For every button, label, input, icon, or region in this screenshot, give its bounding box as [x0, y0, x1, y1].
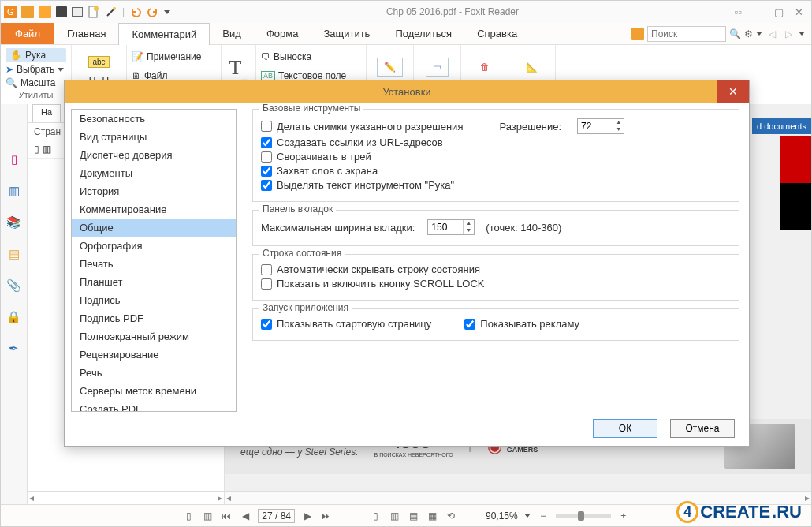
folder-search-icon[interactable]: [631, 28, 644, 40]
tw-up-icon[interactable]: ▲: [463, 220, 474, 227]
layout1-icon[interactable]: ▯: [369, 510, 382, 522]
thumb-view1-icon[interactable]: ▯: [34, 144, 39, 155]
qat-more-icon[interactable]: [164, 10, 170, 14]
category-item[interactable]: Орфография: [72, 237, 236, 255]
category-item[interactable]: Рецензирование: [72, 346, 236, 364]
category-item[interactable]: Подпись: [72, 291, 236, 309]
thumb-view2-icon[interactable]: ▥: [43, 144, 51, 155]
chk-urls[interactable]: [261, 137, 272, 148]
attachments-icon[interactable]: 📎: [6, 278, 22, 293]
nav-more-icon[interactable]: [799, 32, 805, 36]
category-item[interactable]: Создать PDF: [72, 400, 236, 412]
category-item[interactable]: Подпись PDF: [72, 309, 236, 327]
resolution-input[interactable]: [578, 121, 613, 132]
zoom-more-icon[interactable]: [524, 514, 531, 518]
callout-tool[interactable]: 🗨 Выноска: [261, 48, 361, 65]
view-cont-icon[interactable]: ▥: [201, 510, 214, 522]
last-page-icon[interactable]: ⏭: [320, 510, 333, 522]
nav-next-icon[interactable]: ▷: [782, 28, 795, 39]
zoom-out-icon[interactable]: −: [537, 510, 549, 522]
thumb-scroll-right-icon[interactable]: ▸: [218, 492, 222, 504]
redo-icon[interactable]: [147, 6, 159, 18]
gear-icon[interactable]: ⚙: [744, 28, 753, 39]
shape-tool[interactable]: ▭: [426, 58, 449, 77]
category-item[interactable]: Полноэкранный режим: [72, 327, 236, 346]
res-up-icon[interactable]: ▲: [613, 119, 624, 126]
menu-view[interactable]: Вид: [210, 23, 254, 44]
search-icon[interactable]: 🔍: [729, 28, 741, 39]
note-tool[interactable]: 📝 Примечание: [132, 48, 216, 65]
cancel-button[interactable]: Отмена: [670, 419, 735, 438]
next-page-icon[interactable]: ▶: [301, 510, 314, 522]
chk-scrolllock[interactable]: [261, 278, 272, 290]
close-button[interactable]: ✕: [795, 6, 803, 18]
chk-tray[interactable]: [261, 151, 272, 163]
pages-icon[interactable]: ▥: [6, 183, 22, 199]
tabwidth-input[interactable]: [428, 222, 463, 233]
category-item[interactable]: Комментирование: [72, 200, 236, 219]
menu-share[interactable]: Поделиться: [382, 23, 464, 44]
pencil-tool[interactable]: ✏️: [377, 58, 403, 77]
stamp-tool[interactable]: 🗑: [474, 58, 496, 76]
highlight-tool[interactable]: abc: [88, 53, 109, 70]
zoom-tool[interactable]: 🔍 Масшта: [6, 77, 66, 89]
zoom-in-icon[interactable]: +: [617, 510, 630, 522]
zoom-slider[interactable]: [556, 514, 611, 518]
category-item[interactable]: Речь: [72, 364, 236, 382]
menu-file[interactable]: Файл: [1, 23, 54, 44]
category-item[interactable]: Планшет: [72, 273, 236, 291]
menu-help[interactable]: Справка: [464, 23, 530, 44]
open-icon[interactable]: [21, 6, 34, 18]
chk-capture[interactable]: [261, 166, 272, 177]
category-item[interactable]: Вид страницы: [72, 128, 236, 146]
category-item[interactable]: Печать: [72, 255, 236, 273]
doc-scroll-left-icon[interactable]: ◂: [226, 492, 231, 504]
thumb-tab-start[interactable]: На: [32, 104, 61, 122]
tw-down-icon[interactable]: ▼: [463, 227, 474, 234]
new-doc-icon[interactable]: [88, 6, 100, 18]
chk-autohide[interactable]: [261, 264, 272, 275]
category-item[interactable]: Документы: [72, 164, 236, 182]
sign-icon[interactable]: ✒: [6, 341, 22, 357]
save-icon[interactable]: [56, 6, 67, 17]
layers-icon[interactable]: 📚: [6, 215, 22, 230]
nav-prev-icon[interactable]: ◁: [765, 28, 779, 39]
category-item[interactable]: Серверы меток времени: [72, 382, 236, 400]
ribbon-minimize-icon[interactable]: ▫▫: [735, 6, 742, 18]
rotate-icon[interactable]: ⟲: [445, 510, 457, 522]
maximize-button[interactable]: ▢: [774, 6, 784, 18]
chk-hand-select[interactable]: [261, 180, 272, 191]
hand-tool[interactable]: ✋ Рука: [6, 48, 66, 62]
tabwidth-spinner[interactable]: ▲▼: [427, 219, 475, 235]
menu-form[interactable]: Форма: [254, 23, 311, 44]
category-item[interactable]: Диспетчер доверия: [72, 146, 236, 164]
prev-page-icon[interactable]: ◀: [239, 510, 251, 522]
layout3-icon[interactable]: ▤: [407, 510, 419, 522]
chk-ads[interactable]: [464, 319, 475, 330]
chk-startpage[interactable]: [261, 319, 272, 330]
layout2-icon[interactable]: ▥: [388, 510, 400, 522]
layout4-icon[interactable]: ▦: [426, 510, 438, 522]
typewriter-tool[interactable]: T▁: [229, 56, 248, 80]
category-item[interactable]: Безопасность: [72, 110, 236, 128]
undo-icon[interactable]: [129, 6, 142, 18]
bookmarks-icon[interactable]: ▯: [6, 151, 22, 167]
menu-comment[interactable]: Комментарий: [118, 23, 210, 45]
resolution-spinner[interactable]: ▲▼: [577, 118, 624, 134]
category-item[interactable]: Общие: [72, 219, 236, 237]
category-list[interactable]: БезопасностьВид страницыДиспетчер довери…: [71, 109, 237, 412]
minimize-button[interactable]: —: [753, 6, 763, 18]
menu-protect[interactable]: Защитить: [311, 23, 382, 44]
gear-more-icon[interactable]: [756, 32, 762, 36]
security-icon[interactable]: 🔒: [6, 309, 22, 325]
view-single-icon[interactable]: ▯: [182, 510, 195, 522]
select-tool[interactable]: ➤ Выбрать: [6, 64, 66, 76]
comments-icon[interactable]: ▤: [6, 246, 22, 262]
thumb-scroll-left-icon[interactable]: ◂: [29, 492, 34, 504]
print-icon[interactable]: [72, 7, 83, 17]
category-item[interactable]: История: [72, 182, 236, 200]
wizard-icon[interactable]: [105, 6, 117, 18]
dialog-close-button[interactable]: ✕: [717, 80, 749, 103]
select-more-icon[interactable]: [58, 68, 64, 72]
measure-tool[interactable]: 📐: [520, 58, 544, 76]
